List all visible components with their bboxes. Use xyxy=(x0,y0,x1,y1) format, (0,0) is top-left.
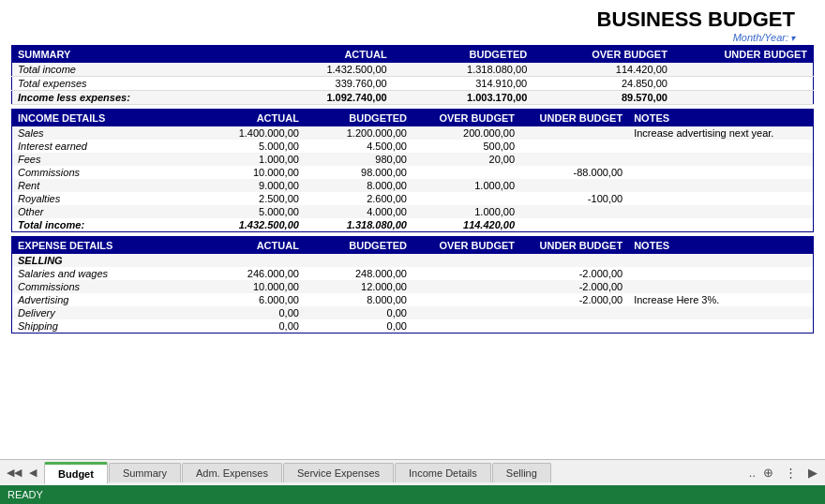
table-row: Delivery 0,00 0,00 xyxy=(12,306,814,319)
table-row: Rent 9.000,00 8.000,00 1.000,00 xyxy=(12,179,814,192)
tab-controls: .. ⊕ ⋮ ▶ xyxy=(749,464,821,482)
summary-col-budgeted: BUDGETED xyxy=(393,46,533,64)
summary-col-actual: ACTUAL xyxy=(252,46,393,64)
table-row: Fees 1.000,00 980,00 20,00 xyxy=(12,153,814,166)
row-budgeted: 1.003.170,00 xyxy=(393,91,533,105)
tab-bar: ◀◀ ◀ Budget Summary Adm. Expenses Servic… xyxy=(0,459,825,485)
table-row: Commissions 10.000,00 12.000,00 -2.000,0… xyxy=(12,280,814,293)
row-label: Total income xyxy=(12,63,253,77)
selling-label-row: SELLING xyxy=(12,254,814,267)
add-sheet-button[interactable]: ⊕ xyxy=(759,464,777,482)
tab-income-details[interactable]: Income Details xyxy=(395,463,491,482)
row-actual: 339.760,00 xyxy=(252,77,393,91)
summary-header-label: SUMMARY xyxy=(12,46,253,64)
table-row: Advertising 6.000,00 8.000,00 -2.000,00 … xyxy=(12,293,814,306)
row-under xyxy=(673,77,814,91)
table-row: Total expenses 339.760,00 314.910,00 24.… xyxy=(12,77,814,91)
income-details-table: INCOME DETAILS ACTUAL BUDGETED OVER BUDG… xyxy=(11,109,814,232)
tab-prev-button[interactable]: ◀ xyxy=(26,466,39,480)
page-title: BUSINESS BUDGET xyxy=(597,7,795,32)
tab-nav-arrows: ◀◀ ◀ xyxy=(4,466,39,480)
selling-label: SELLING xyxy=(12,254,197,267)
expense-details-table: EXPENSE DETAILS ACTUAL BUDGETED OVER BUD… xyxy=(11,236,814,334)
dropdown-arrow-icon[interactable]: ▾ xyxy=(790,33,795,43)
summary-header-row: SUMMARY ACTUAL BUDGETED OVER BUDGET UNDE… xyxy=(12,46,814,64)
table-row: Sales 1.400.000,00 1.200.000,00 200.000,… xyxy=(12,126,814,140)
table-row: Interest earned 5.000,00 4.500,00 500,00 xyxy=(12,140,814,153)
row-actual: 1.092.740,00 xyxy=(252,91,393,105)
row-over: 89.570,00 xyxy=(532,91,673,105)
more-tabs-ellipsis: .. xyxy=(749,466,756,480)
income-header-label: INCOME DETAILS xyxy=(12,110,197,127)
month-year-label: Month/Year: ▾ xyxy=(597,32,795,43)
table-row: Income less expenses: 1.092.740,00 1.003… xyxy=(12,91,814,105)
table-row: Salaries and wages 246.000,00 248.000,00… xyxy=(12,267,814,280)
status-label: READY xyxy=(8,489,43,500)
row-over: 24.850,00 xyxy=(532,77,673,91)
row-actual: 1.432.500,00 xyxy=(252,63,393,77)
row-under xyxy=(673,91,814,105)
summary-table: SUMMARY ACTUAL BUDGETED OVER BUDGET UNDE… xyxy=(11,45,814,105)
row-over: 114.420,00 xyxy=(532,63,673,77)
table-row: Total income: 1.432.500,00 1.318.080,00 … xyxy=(12,218,814,232)
tab-summary[interactable]: Summary xyxy=(109,463,181,482)
tab-selling[interactable]: Selling xyxy=(492,463,551,482)
table-row: Shipping 0,00 0,00 xyxy=(12,319,814,334)
row-label: Income less expenses: xyxy=(12,91,253,105)
tab-adm-expenses[interactable]: Adm. Expenses xyxy=(182,463,282,482)
table-row: Other 5.000,00 4.000,00 1.000,00 xyxy=(12,205,814,218)
tab-budget[interactable]: Budget xyxy=(44,462,108,484)
status-bar: READY xyxy=(0,485,825,504)
row-label: Total expenses xyxy=(12,77,253,91)
row-budgeted: 1.318.080,00 xyxy=(393,63,533,77)
table-row: Total income 1.432.500,00 1.318.080,00 1… xyxy=(12,63,814,77)
summary-col-under: UNDER BUDGET xyxy=(673,46,814,64)
tab-service-expenses[interactable]: Service Expenses xyxy=(283,463,394,482)
row-under xyxy=(673,63,814,77)
table-row: Royalties 2.500,00 2.600,00 -100,00 xyxy=(12,192,814,205)
table-row: Commissions 10.000,00 98.000,00 -88.000,… xyxy=(12,166,814,179)
expense-header-label: EXPENSE DETAILS xyxy=(12,237,197,255)
income-header-row: INCOME DETAILS ACTUAL BUDGETED OVER BUDG… xyxy=(12,110,814,127)
tab-first-button[interactable]: ◀◀ xyxy=(4,466,24,480)
expense-header-row: EXPENSE DETAILS ACTUAL BUDGETED OVER BUD… xyxy=(12,237,814,255)
summary-col-over: OVER BUDGET xyxy=(532,46,673,64)
row-budgeted: 314.910,00 xyxy=(393,77,533,91)
title-area: BUSINESS BUDGET Month/Year: ▾ xyxy=(11,7,814,43)
tab-options-button[interactable]: ⋮ xyxy=(781,464,801,482)
tab-next-button[interactable]: ▶ xyxy=(804,464,821,482)
